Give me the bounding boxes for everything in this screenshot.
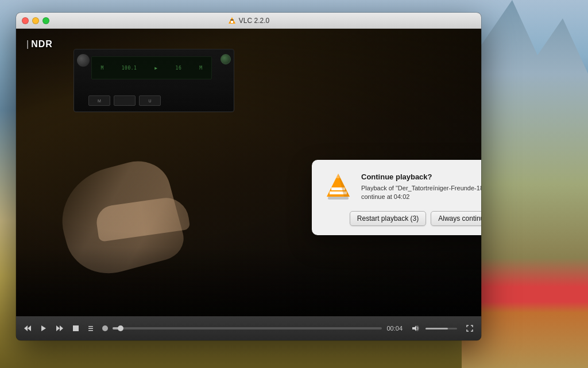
playlist-icon [88, 324, 96, 332]
dialog-buttons: Restart playback (3) Always continue Con… [323, 211, 481, 226]
play-button[interactable] [38, 323, 49, 334]
svg-marker-11 [41, 325, 46, 331]
vlc-title-icon [228, 17, 236, 25]
volume-fill [425, 328, 448, 329]
dialog-title: Continue playback? [361, 172, 481, 181]
dialog-content: Continue playback? Playback of "Der_Tato… [323, 171, 481, 202]
svg-marker-13 [60, 325, 63, 331]
forward-button[interactable] [54, 323, 65, 334]
volume-bar[interactable] [425, 328, 457, 329]
continue-playback-dialog: Continue playback? Playback of "Der_Tato… [312, 160, 481, 235]
ndr-logo: NDR [26, 39, 53, 49]
svg-rect-15 [88, 326, 93, 327]
fullscreen-button[interactable] [464, 323, 475, 334]
video-area[interactable]: M100.1▶16M M U [16, 29, 481, 316]
progress-handle [102, 325, 108, 331]
svg-marker-10 [28, 325, 31, 331]
rewind-icon [24, 324, 32, 332]
volume-button[interactable] [409, 323, 421, 334]
always-continue-button[interactable]: Always continue [431, 211, 481, 226]
radio-unit: M100.1▶16M M U [74, 49, 234, 112]
restart-playback-button[interactable]: Restart playback (3) [350, 211, 426, 226]
maximize-button[interactable] [42, 17, 49, 24]
play-icon [40, 324, 48, 332]
radio-buttons: M U [88, 95, 161, 106]
controls-bar: 00:04 [16, 316, 481, 340]
radio-display: M100.1▶16M [91, 56, 212, 79]
forward-icon [56, 324, 64, 332]
close-button[interactable] [22, 17, 29, 24]
radio-knob-left [77, 54, 90, 67]
volume-icon [411, 324, 419, 332]
rewind-button[interactable] [22, 323, 33, 334]
stop-button[interactable] [70, 323, 82, 334]
svg-rect-7 [328, 197, 349, 200]
fullscreen-icon [466, 324, 474, 332]
window-title: VLC 2.2.0 [228, 17, 269, 25]
svg-rect-14 [73, 325, 79, 331]
vlc-window: VLC 2.2.0 M100.1▶16M M U [16, 13, 481, 340]
progress-dot [118, 325, 123, 331]
dialog-message: Playback of "Der_Tatortreïniger-Freunde-… [361, 184, 481, 202]
video-bottom-gradient [16, 247, 481, 316]
svg-rect-1 [231, 21, 233, 23]
time-display: 00:04 [386, 325, 403, 332]
title-bar: VLC 2.2.0 [16, 13, 481, 29]
progress-bar[interactable] [113, 327, 382, 329]
vlc-cone-icon [323, 171, 353, 201]
playlist-button[interactable] [86, 323, 98, 334]
svg-marker-12 [56, 325, 60, 331]
svg-rect-16 [88, 328, 93, 329]
dialog-text-area: Continue playback? Playback of "Der_Tato… [361, 171, 481, 202]
svg-rect-17 [88, 330, 93, 331]
stop-icon [72, 324, 80, 332]
window-controls [22, 17, 49, 24]
svg-marker-18 [412, 325, 416, 331]
svg-marker-9 [24, 325, 28, 331]
svg-rect-2 [230, 20, 233, 21]
minimize-button[interactable] [32, 17, 39, 24]
radio-knob-right [220, 54, 231, 64]
